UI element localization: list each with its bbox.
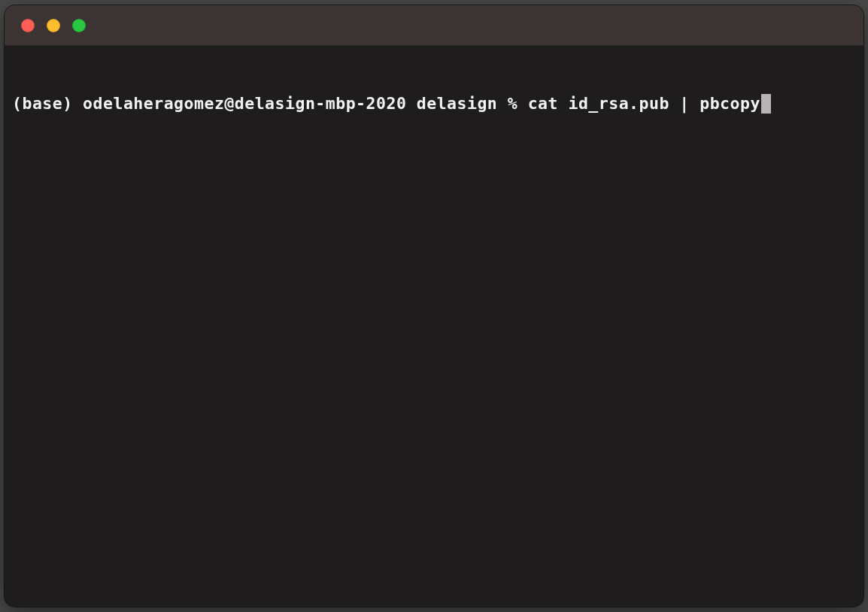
maximize-icon[interactable]	[72, 19, 86, 32]
cursor-icon	[761, 94, 771, 114]
terminal-body[interactable]: (base) odelaheragomez@delasign-mbp-2020 …	[5, 53, 863, 607]
minimize-icon[interactable]	[47, 19, 60, 32]
window-controls	[21, 19, 86, 32]
tab-bar	[5, 46, 863, 53]
window-titlebar[interactable]	[5, 5, 863, 46]
terminal-window: (base) odelaheragomez@delasign-mbp-2020 …	[5, 5, 863, 607]
terminal-line: (base) odelaheragomez@delasign-mbp-2020 …	[12, 92, 856, 115]
shell-prompt: (base) odelaheragomez@delasign-mbp-2020 …	[12, 92, 528, 115]
command-input-text[interactable]: cat id_rsa.pub | pbcopy	[528, 92, 760, 115]
close-icon[interactable]	[21, 19, 35, 32]
